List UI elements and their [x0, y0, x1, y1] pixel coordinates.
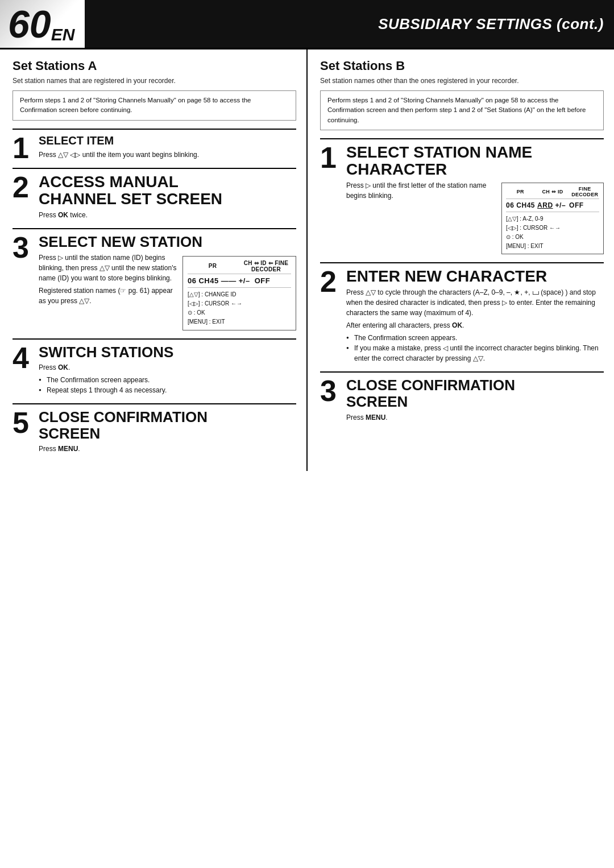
right-section-title: Set Stations B	[320, 59, 604, 73]
step-2-number: 2	[13, 169, 39, 202]
step-1-heading: SELECT ITEM	[39, 134, 296, 147]
right-step-3-number: 3	[320, 373, 346, 406]
step-2-text: Press OK twice.	[39, 210, 296, 220]
right-info-box: Perform steps 1 and 2 of "Storing Channe…	[320, 90, 604, 130]
right-step-3: 3 CLOSE CONFIRMATION SCREEN Press MENU.	[320, 371, 604, 430]
step-1: 1 SELECT ITEM Press △▽ ◁▷ until the item…	[13, 129, 296, 168]
page-header: 60EN SUBSIDIARY SETTINGS (cont.)	[0, 0, 614, 49]
right-step-1-content: SELECT STATION NAME CHARACTER Press ▷ un…	[346, 139, 604, 262]
left-column: Set Stations A Set station names that ar…	[0, 49, 308, 471]
step-3-heading: SELECT NEW STATION	[39, 234, 296, 250]
screen-keys: [△▽] : CHANGE ID [◁▷] : CURSOR ←→ ⊙ : OK…	[188, 290, 291, 326]
right-step-1: 1 SELECT STATION NAME CHARACTER Press ▷ …	[320, 138, 604, 262]
step-4: 4 SWITCH STATIONS Press OK. The Confirma…	[13, 338, 296, 404]
step-3: 3 SELECT NEW STATION Press ▷ until the s…	[13, 228, 296, 338]
right-step-3-heading: CLOSE CONFIRMATION SCREEN	[346, 377, 604, 410]
step-4-bullets: The Confirmation screen appears. Repeat …	[39, 375, 296, 395]
right-step-2-bullets: The Confirmation screen appears. If you …	[346, 333, 604, 363]
step-2-heading: ACCESS MANUAL CHANNEL SET SCREEN	[39, 173, 296, 208]
bullet-item: If you make a mistake, press ◁ until the…	[346, 343, 604, 363]
step-5: 5 CLOSE CONFIRMATION SCREEN Press MENU.	[13, 403, 296, 462]
step-3-screen: PRCH ⇔ ID ⇐ FINE DECODER 06CH45——+/–OFF …	[182, 256, 296, 330]
step-5-number: 5	[13, 404, 39, 437]
page-title: SUBSIDIARY SETTINGS (cont.)	[85, 0, 614, 48]
step-1-content: SELECT ITEM Press △▽ ◁▷ until the item y…	[39, 130, 296, 168]
bullet-item: Repeat steps 1 through 4 as necessary.	[39, 385, 296, 395]
left-section-subtitle: Set station names that are registered in…	[13, 77, 296, 85]
right-screen-data: 06CH45ARD+/–OFF	[506, 201, 599, 212]
step-2-content: ACCESS MANUAL CHANNEL SET SCREEN Press O…	[39, 169, 296, 228]
step-4-text: Press OK.	[39, 362, 296, 373]
page-number: 60EN	[0, 0, 85, 48]
step-4-number: 4	[13, 340, 39, 373]
right-step-2-text2: After entering all characters, press OK.	[346, 320, 604, 330]
right-screen-keys: [△▽] : A-Z, 0-9 [◁▷] : CURSOR ←→ ⊙ : OK …	[506, 214, 599, 251]
step-3-text-1: Press ▷ until the station name (ID) begi…	[39, 253, 177, 283]
right-section-subtitle: Set station names other than the ones re…	[320, 77, 604, 85]
step-3-content: SELECT NEW STATION Press ▷ until the sta…	[39, 229, 296, 338]
right-step-2-number: 2	[320, 263, 346, 296]
right-step-3-content: CLOSE CONFIRMATION SCREEN Press MENU.	[346, 373, 604, 430]
bullet-item: The Confirmation screen appears.	[39, 375, 296, 385]
right-step-1-number: 1	[320, 139, 346, 172]
right-step-2-heading: ENTER NEW CHARACTER	[346, 268, 604, 285]
step-5-text: Press MENU.	[39, 444, 296, 454]
step-3-number: 3	[13, 229, 39, 262]
left-section-title: Set Stations A	[13, 59, 296, 73]
step-5-heading: CLOSE CONFIRMATION SCREEN	[39, 409, 296, 441]
step-2: 2 ACCESS MANUAL CHANNEL SET SCREEN Press…	[13, 168, 296, 228]
right-step-1-heading: SELECT STATION NAME CHARACTER	[346, 144, 604, 178]
right-column: Set Stations B Set station names other t…	[308, 49, 614, 471]
step-4-heading: SWITCH STATIONS	[39, 344, 296, 361]
bullet-item: The Confirmation screen appears.	[346, 333, 604, 343]
right-step-2-text: Press △▽ to cycle through the characters…	[346, 287, 604, 318]
main-content: Set Stations A Set station names that ar…	[0, 49, 614, 471]
step-1-number: 1	[13, 130, 39, 163]
screen-data: 06CH45——+/–OFF	[188, 276, 291, 288]
left-info-box: Perform steps 1 and 2 of "Storing Channe…	[13, 90, 296, 121]
right-step-1-text: Press ▷ until the first letter of the st…	[346, 180, 496, 201]
right-step-2: 2 ENTER NEW CHARACTER Press △▽ to cycle …	[320, 262, 604, 371]
right-step-1-screen: PRCH ⇔ IDFINE DECODER 06CH45ARD+/–OFF [△…	[501, 183, 604, 254]
step-4-content: SWITCH STATIONS Press OK. The Confirmati…	[39, 340, 296, 404]
right-step-3-text: Press MENU.	[346, 412, 604, 423]
right-step-2-content: ENTER NEW CHARACTER Press △▽ to cycle th…	[346, 263, 604, 371]
step-5-content: CLOSE CONFIRMATION SCREEN Press MENU.	[39, 404, 296, 462]
step-1-text: Press △▽ ◁▷ until the item you want begi…	[39, 150, 296, 160]
step-3-text-2: Registered station names (☞ pg. 61) appe…	[39, 286, 177, 306]
